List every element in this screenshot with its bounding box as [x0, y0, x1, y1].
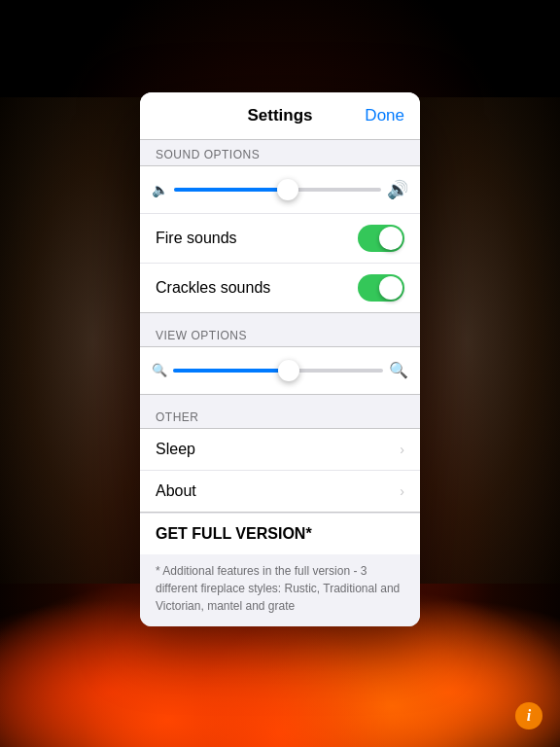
zoom-in-icon: 🔍 [389, 361, 408, 379]
panel-header: Settings Done [140, 92, 420, 140]
full-version-description: * Additional features in the full versio… [140, 554, 420, 626]
zoom-slider-fill [173, 369, 289, 373]
full-version-label: GET FULL VERSION* [156, 525, 312, 542]
sleep-chevron-icon: › [400, 442, 404, 457]
volume-high-icon: 🔊 [387, 179, 408, 200]
view-options-rows: 🔍 🔍 [140, 346, 420, 395]
volume-slider-track [174, 188, 381, 192]
volume-slider-container[interactable] [174, 176, 381, 203]
fire-sounds-toggle[interactable] [358, 225, 404, 252]
spacer-1 [140, 313, 420, 321]
volume-low-icon: 🔈 [152, 182, 168, 197]
zoom-row: 🔍 🔍 [140, 347, 420, 394]
sleep-row[interactable]: Sleep › [140, 429, 420, 470]
zoom-slider-container[interactable] [173, 357, 383, 384]
fire-sounds-row: Fire sounds [140, 213, 420, 263]
settings-panel: Settings Done SOUND OPTIONS 🔈 🔊 Fire sou… [140, 92, 420, 626]
sound-options-header: SOUND OPTIONS [140, 140, 420, 165]
full-version-row[interactable]: GET FULL VERSION* [140, 513, 420, 554]
zoom-slider-thumb[interactable] [278, 360, 299, 381]
volume-slider-fill [174, 188, 288, 192]
overlay: Settings Done SOUND OPTIONS 🔈 🔊 Fire sou… [0, 0, 560, 747]
about-chevron-icon: › [400, 483, 404, 499]
zoom-slider-track [173, 369, 383, 373]
spacer-2 [140, 395, 420, 403]
info-button[interactable]: i [515, 702, 542, 729]
about-label: About [156, 482, 196, 500]
sound-options-rows: 🔈 🔊 Fire sounds Crackles sounds [140, 165, 420, 313]
zoom-out-icon: 🔍 [152, 363, 167, 377]
fire-sounds-label: Fire sounds [156, 230, 237, 247]
other-rows: Sleep › About › [140, 428, 420, 513]
fire-sounds-toggle-knob [379, 227, 402, 250]
crackles-sounds-label: Crackles sounds [156, 279, 270, 297]
info-icon: i [527, 707, 531, 725]
other-header: OTHER [140, 403, 420, 428]
volume-slider-thumb[interactable] [277, 179, 298, 200]
crackles-sounds-row: Crackles sounds [140, 263, 420, 312]
panel-title: Settings [247, 106, 312, 125]
crackles-sounds-toggle-knob [379, 276, 402, 300]
view-options-header: VIEW OPTIONS [140, 321, 420, 346]
sleep-label: Sleep [156, 441, 195, 458]
volume-row: 🔈 🔊 [140, 166, 420, 213]
about-row[interactable]: About › [140, 470, 420, 512]
done-button[interactable]: Done [365, 106, 404, 125]
crackles-sounds-toggle[interactable] [358, 274, 404, 302]
